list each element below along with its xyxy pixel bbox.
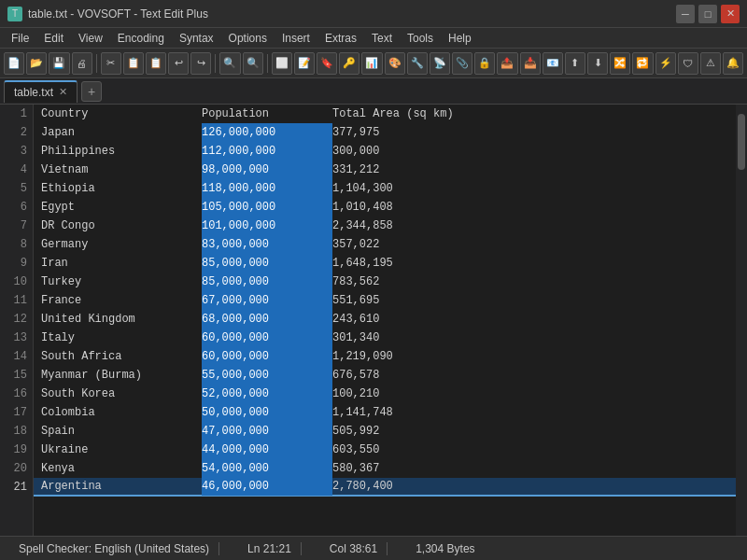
text-line-6: Egypt105,000,0001,010,408 xyxy=(34,198,736,217)
replace-button[interactable]: 🔍 xyxy=(243,52,263,75)
scrollbar[interactable] xyxy=(736,105,747,536)
b6[interactable]: 🎨 xyxy=(385,52,405,75)
tab-label: table.txt xyxy=(14,86,53,99)
line-number-5: 5 xyxy=(0,179,33,198)
text-line-21: Argentina46,000,0002,780,400 xyxy=(34,478,736,497)
b7[interactable]: 🔧 xyxy=(407,52,428,75)
save-button[interactable]: 💾 xyxy=(49,52,69,75)
b1[interactable]: ⬜ xyxy=(272,52,292,75)
b10[interactable]: 🔒 xyxy=(474,52,495,75)
b16[interactable]: 🔀 xyxy=(610,52,630,75)
b17[interactable]: 🔁 xyxy=(632,52,653,75)
population-cell-8: 83,000,000 xyxy=(202,235,332,254)
text-line-12: United Kingdom68,000,000243,610 xyxy=(34,310,736,329)
menu-extras[interactable]: Extras xyxy=(317,30,364,47)
minimize-button[interactable]: ─ xyxy=(676,5,695,23)
editor: 123456789101112131415161718192021 Countr… xyxy=(0,105,747,536)
menu-insert[interactable]: Insert xyxy=(275,30,317,47)
b21[interactable]: 🔔 xyxy=(723,52,743,75)
tab-add-button[interactable]: + xyxy=(81,81,102,102)
line-number-2: 2 xyxy=(0,123,33,142)
population-cell-16: 52,000,000 xyxy=(202,385,332,403)
line-number-11: 11 xyxy=(0,291,33,310)
b14[interactable]: ⬆ xyxy=(565,52,585,75)
menu-encoding[interactable]: Encoding xyxy=(110,30,172,47)
line-number-8: 8 xyxy=(0,235,33,254)
menu-text[interactable]: Text xyxy=(364,30,400,47)
menubar: File Edit View Encoding Syntax Options I… xyxy=(0,28,747,49)
menu-help[interactable]: Help xyxy=(441,30,479,47)
menu-file[interactable]: File xyxy=(4,30,36,47)
area-cell-18: 505,992 xyxy=(332,422,482,441)
country-cell-18: Spain xyxy=(34,422,202,441)
menu-tools[interactable]: Tools xyxy=(400,30,441,47)
tab-file[interactable]: table.txt ✕ xyxy=(4,80,78,103)
line-number-4: 4 xyxy=(0,161,33,179)
print-button[interactable]: 🖨 xyxy=(72,52,92,75)
menu-view[interactable]: View xyxy=(71,30,110,47)
country-cell-14: South Africa xyxy=(34,347,202,366)
maximize-button[interactable]: □ xyxy=(698,5,717,23)
b2[interactable]: 📝 xyxy=(294,52,315,75)
population-cell-4: 98,000,000 xyxy=(202,161,332,179)
b12[interactable]: 📥 xyxy=(520,52,541,75)
b9[interactable]: 📎 xyxy=(452,52,472,75)
menu-options[interactable]: Options xyxy=(221,30,275,47)
line-number-7: 7 xyxy=(0,217,33,235)
population-cell-2: 126,000,000 xyxy=(202,123,332,142)
b15[interactable]: ⬇ xyxy=(587,52,608,75)
new-button[interactable]: 📄 xyxy=(4,52,24,75)
area-cell-20: 580,367 xyxy=(332,459,482,478)
b3[interactable]: 🔖 xyxy=(317,52,337,75)
area-cell-10: 783,562 xyxy=(332,273,482,291)
titlebar: T table.txt - VOVSOFT - Text Edit Plus ─… xyxy=(0,0,747,28)
country-cell-10: Turkey xyxy=(34,273,202,291)
scrollbar-thumb[interactable] xyxy=(738,114,745,170)
find-button[interactable]: 🔍 xyxy=(219,52,240,75)
b11[interactable]: 📤 xyxy=(497,52,517,75)
copy-button[interactable]: 📋 xyxy=(123,52,144,75)
content-area[interactable]: CountryPopulationTotal Area (sq km)Japan… xyxy=(34,105,736,536)
country-cell-1: Country xyxy=(34,105,202,123)
country-cell-13: Italy xyxy=(34,329,202,347)
population-cell-15: 55,000,000 xyxy=(202,366,332,385)
toolbar-sep-1 xyxy=(96,54,97,73)
area-cell-21: 2,780,400 xyxy=(332,477,482,496)
b8[interactable]: 📡 xyxy=(430,52,450,75)
bytes-status: 1,304 Bytes xyxy=(406,542,484,555)
area-cell-13: 301,340 xyxy=(332,329,482,347)
close-button[interactable]: ✕ xyxy=(721,5,740,23)
population-cell-7: 101,000,000 xyxy=(202,217,332,235)
tab-close-button[interactable]: ✕ xyxy=(59,86,67,98)
country-cell-17: Colombia xyxy=(34,403,202,422)
country-cell-9: Iran xyxy=(34,254,202,273)
line-number-18: 18 xyxy=(0,422,33,441)
menu-edit[interactable]: Edit xyxy=(36,30,71,47)
b20[interactable]: ⚠ xyxy=(700,52,721,75)
text-line-7: DR Congo101,000,0002,344,858 xyxy=(34,217,736,235)
b5[interactable]: 📊 xyxy=(361,52,382,75)
line-number-1: 1 xyxy=(0,105,33,123)
text-line-8: Germany83,000,000357,022 xyxy=(34,235,736,254)
paste-button[interactable]: 📋 xyxy=(146,52,166,75)
b18[interactable]: ⚡ xyxy=(655,52,676,75)
line-number-20: 20 xyxy=(0,459,33,478)
line-number-3: 3 xyxy=(0,142,33,161)
text-line-14: South Africa60,000,0001,219,090 xyxy=(34,347,736,366)
population-cell-20: 54,000,000 xyxy=(202,459,332,478)
area-cell-8: 357,022 xyxy=(332,235,482,254)
undo-button[interactable]: ↩ xyxy=(168,52,189,75)
line-number-12: 12 xyxy=(0,310,33,329)
b4[interactable]: 🔑 xyxy=(339,52,359,75)
cut-button[interactable]: ✂ xyxy=(101,52,121,75)
b19[interactable]: 🛡 xyxy=(678,52,698,75)
menu-syntax[interactable]: Syntax xyxy=(172,30,221,47)
ln-status: Ln 21:21 xyxy=(238,542,302,555)
redo-button[interactable]: ↪ xyxy=(190,52,211,75)
population-cell-11: 67,000,000 xyxy=(202,291,332,310)
b13[interactable]: 📧 xyxy=(543,52,563,75)
country-cell-21: Argentina xyxy=(34,477,202,496)
text-line-13: Italy60,000,000301,340 xyxy=(34,329,736,347)
open-button[interactable]: 📂 xyxy=(26,52,47,75)
text-line-15: Myanmar (Burma)55,000,000676,578 xyxy=(34,366,736,385)
